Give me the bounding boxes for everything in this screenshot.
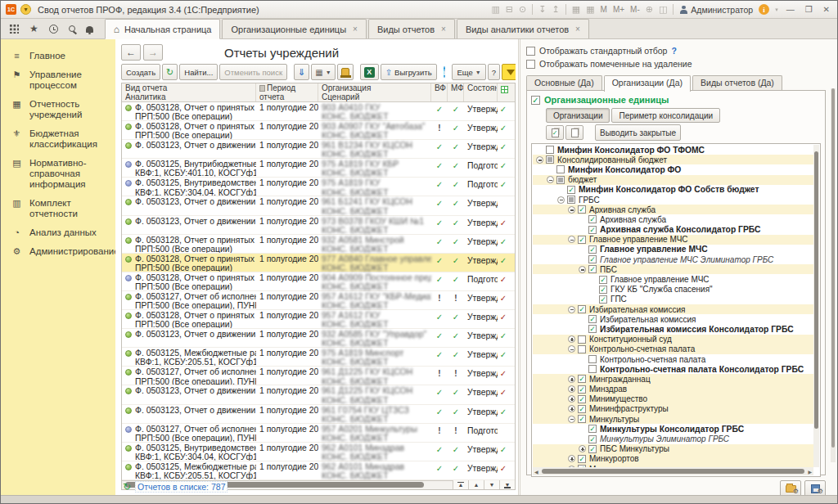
info-circle-icon[interactable]: i: [444, 66, 446, 78]
export-button[interactable]: ⇪Выгрузить: [381, 64, 437, 80]
tree-checkbox[interactable]: ✓: [578, 405, 586, 413]
tab-Виды аналитики отчетов[interactable]: Виды аналитики отчетов×: [457, 19, 589, 38]
tree-row[interactable]: ✓Архивная служба: [533, 205, 813, 214]
filters-panel-button[interactable]: Панель отборов*: [502, 64, 516, 80]
tree-row[interactable]: ✓ГКУ КБ "Служба спасения": [533, 285, 813, 295]
go-first-button[interactable]: ▲: [453, 480, 468, 489]
send-icon[interactable]: ↧: [538, 4, 546, 15]
print-icon[interactable]: ⊟: [506, 4, 513, 15]
expand-plus-icon[interactable]: [568, 405, 575, 412]
tree-checkbox[interactable]: [588, 355, 597, 363]
load-button[interactable]: ⇓: [294, 64, 309, 80]
collapse-minus-icon[interactable]: [568, 416, 575, 423]
restore-button[interactable]: ❐: [803, 5, 815, 14]
tree-checkbox[interactable]: ✓: [588, 215, 597, 223]
table-row[interactable]: Ф. 0503128, Отчет о принятых бюджетных .…: [122, 235, 515, 254]
sidebar-item-admin[interactable]: ⚙Администрирование: [1, 242, 115, 261]
tree-row[interactable]: ✓Избирательная комиссия Консолидатор ГРБ…: [533, 324, 813, 334]
reports-count-link[interactable]: Отчетов в списке: 787: [135, 481, 228, 493]
header-organization[interactable]: ОрганизацияСценарий: [318, 83, 431, 101]
table-row[interactable]: Ф. 0503123, Отчет о движении денежных с.…: [122, 405, 515, 424]
scroll-right-icon[interactable]: ▶: [806, 469, 813, 475]
save-icon[interactable]: ▥: [491, 4, 499, 15]
tree-checkbox[interactable]: ✓: [578, 415, 586, 423]
table-row[interactable]: Ф. 0503125, Внутриведомственные расчет..…: [122, 178, 515, 196]
tree-checkbox[interactable]: ✓: [578, 395, 586, 403]
sidebar-item-report-set[interactable]: ▥Комплект отчетности: [1, 194, 115, 223]
tree-checkbox[interactable]: ✓: [578, 455, 586, 463]
tree-row[interactable]: ✓Минкультуры: [533, 414, 813, 424]
tree-row[interactable]: бюджет: [533, 175, 813, 185]
sidebar-item-main[interactable]: ≡Главное: [1, 47, 115, 65]
show-deleted-checkbox[interactable]: [526, 60, 535, 69]
refresh-button[interactable]: ↻: [162, 64, 178, 80]
header-report-type[interactable]: Вид отчетаАналитика: [122, 83, 256, 101]
tree-checkbox[interactable]: [546, 146, 554, 154]
tree-checkbox[interactable]: ✓: [588, 226, 597, 234]
tree-checkbox[interactable]: ✓: [588, 315, 597, 323]
table-row[interactable]: Ф. 0503128, Отчет о принятых бюджетных .…: [122, 121, 515, 140]
sidebar-item-budget-class[interactable]: ⚜Бюджетная классификация: [1, 124, 115, 154]
header-state[interactable]: Состояние: [464, 83, 498, 101]
expand-plus-icon[interactable]: [568, 395, 575, 403]
table-row[interactable]: Ф. 0503123, Отчет о движении денежных с.…: [122, 385, 515, 404]
header-mark[interactable]: [498, 83, 509, 101]
load-settings-button[interactable]: ⚙: [780, 480, 801, 497]
collapse-minus-icon[interactable]: [557, 196, 565, 204]
tree-row[interactable]: ✓Архивная служба: [533, 214, 813, 224]
close-button[interactable]: ✕: [821, 5, 832, 14]
header-period[interactable]: Период отчета: [256, 83, 318, 101]
tree-checkbox[interactable]: ✓: [578, 205, 586, 214]
table-row[interactable]: Ф. 0503127, Отчет об исполнении бюджета.…: [122, 291, 515, 310]
tree-row[interactable]: ✓ПБС Минкультуры: [533, 444, 813, 454]
tree-row[interactable]: ✓Избирательная комиссия: [533, 314, 813, 324]
tree-row[interactable]: ✓Минкультуры Консолидатор ГРБС: [533, 424, 813, 434]
calc-icon[interactable]: ▦: [572, 4, 580, 15]
tree-row[interactable]: ✓Архивная служба Консолидатор ГРБС: [533, 225, 813, 235]
panel-vscrollbar[interactable]: [831, 88, 836, 462]
tree-hscroll-thumb[interactable]: [542, 469, 805, 474]
excel-button[interactable]: X: [360, 64, 379, 80]
tree-checkbox[interactable]: [578, 345, 586, 353]
tree-row[interactable]: ✓Главное управление МЧС: [533, 235, 813, 245]
apps-grid-icon[interactable]: [9, 24, 19, 34]
sidebar-item-analysis[interactable]: ◔Анализ данных: [1, 223, 115, 242]
tree-checkbox[interactable]: ✓: [599, 295, 607, 304]
tree-checkbox[interactable]: ✓: [599, 276, 607, 284]
help-question-icon[interactable]: ?: [671, 46, 676, 56]
tab-Организационные единицы[interactable]: Организационные единицы×: [222, 19, 366, 38]
info-dropdown-icon[interactable]: ▾: [775, 7, 778, 13]
sidebar-item-nsi[interactable]: ▤Нормативно-справочная информация: [1, 154, 115, 194]
filter-tab-Организации (Да)[interactable]: Организации (Да): [604, 75, 691, 92]
tree-row[interactable]: Контрольно-счетная палата Консолидатор Г…: [533, 364, 813, 374]
tree-checkbox[interactable]: ✓: [588, 255, 597, 263]
table-row[interactable]: Ф. 0503125, Внутрибюджетные расчеты (де.…: [122, 159, 515, 178]
memory-m-button[interactable]: М: [601, 5, 607, 14]
calendar-icon[interactable]: ▦: [586, 4, 594, 15]
tree-checkbox[interactable]: [567, 196, 575, 204]
table-row[interactable]: Ф. 0503125, Межбюджетные расчеты (дейс..…: [122, 348, 515, 367]
preview-icon[interactable]: ⊙: [519, 4, 526, 15]
table-row[interactable]: Ф. 0503128, Отчет о принятых бюджетных .…: [122, 254, 515, 272]
history-clock-icon[interactable]: [49, 25, 58, 34]
table-row[interactable]: Ф. 0503123, Отчет о движении денежных с.…: [122, 196, 515, 215]
close-icon[interactable]: ×: [353, 25, 358, 34]
tree-row[interactable]: ✓Главное управление МЧС Элиминатор ГРБС: [533, 254, 813, 264]
tree-checkbox[interactable]: [578, 335, 586, 344]
tree-checkbox[interactable]: ✓: [578, 236, 586, 244]
tree-row[interactable]: ✓Минимущество: [533, 394, 813, 404]
tab-Начальная страница[interactable]: ⌂Начальная страница: [105, 19, 221, 39]
current-user[interactable]: Администратор: [679, 5, 753, 15]
save-settings-button[interactable]: ⚙: [804, 480, 826, 497]
refresh-count-icon[interactable]: ↻: [123, 481, 131, 493]
table-row[interactable]: Ф. 0503123, Отчет о движении денежных с.…: [122, 329, 515, 348]
search-icon[interactable]: [69, 25, 75, 32]
scroll-left-icon[interactable]: ◀: [533, 469, 540, 475]
go-up-button[interactable]: ▲: [468, 480, 484, 489]
collapse-minus-icon[interactable]: [568, 206, 575, 214]
go-down-button[interactable]: ▼: [484, 480, 499, 489]
sidebar-item-reports[interactable]: ▦Отчетность учреждений: [1, 95, 115, 124]
expand-plus-icon[interactable]: [579, 445, 586, 452]
table-row[interactable]: Ф. 0503128, Отчет о принятых бюджетных .…: [122, 102, 515, 121]
tree-row[interactable]: ✓Минкурортов: [533, 454, 813, 464]
